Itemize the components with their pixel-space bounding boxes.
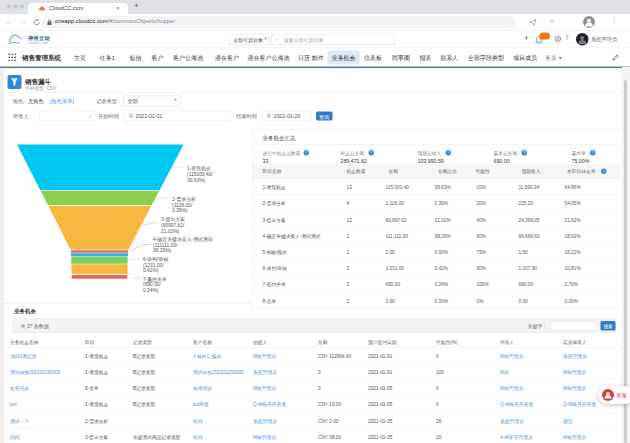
svg-text:(1231.00/: (1231.00/ <box>143 263 164 268</box>
svg-text:38.29%): 38.29%) <box>153 248 172 253</box>
svg-text:0.39%): 0.39%) <box>172 208 188 213</box>
svg-text:2-需求分析: 2-需求分析 <box>172 196 196 202</box>
svg-text:21.02%): 21.02%) <box>161 229 180 234</box>
svg-text:(690.00/: (690.00/ <box>143 282 162 287</box>
svg-text:(111111.00/: (111111.00/ <box>153 243 178 248</box>
svg-text:3-提出方案: 3-提出方案 <box>161 216 185 223</box>
svg-text:(60997.62/: (60997.62/ <box>161 223 185 228</box>
svg-text:0.24%): 0.24%) <box>143 288 159 293</box>
svg-text:7-赢的关单: 7-赢的关单 <box>143 276 167 283</box>
svg-text:6-谈判/审核: 6-谈判/审核 <box>143 256 168 263</box>
svg-text:39.63%): 39.63%) <box>187 178 206 183</box>
svg-text:(1126.00/: (1126.00/ <box>172 203 193 208</box>
svg-text:0.42%): 0.42%) <box>143 268 159 273</box>
svg-text:1-发现机会: 1-发现机会 <box>187 165 211 172</box>
svg-text:(115003.40/: (115003.40/ <box>187 172 213 177</box>
svg-text:4-确定关键决策人-测试测试: 4-确定关键决策人-测试测试 <box>153 236 213 243</box>
